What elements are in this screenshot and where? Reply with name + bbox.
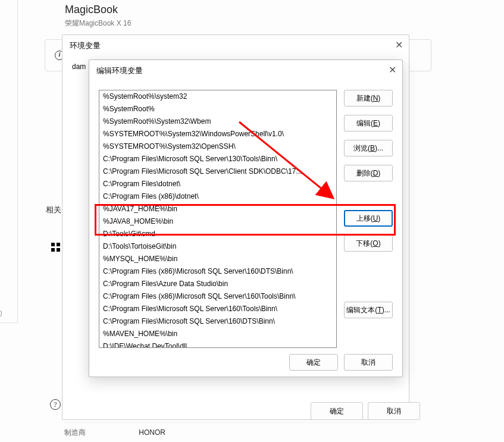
list-item[interactable]: %SYSTEMROOT%\System32\OpenSSH\	[99, 140, 336, 153]
device-title: MagicBook	[65, 4, 431, 16]
dialog-title: 环境变量	[70, 40, 101, 51]
env-cancel-button[interactable]: 取消	[368, 402, 420, 420]
move-down-button[interactable]: 下移(O)	[344, 235, 393, 252]
move-up-button[interactable]: 上移(U)	[344, 210, 393, 227]
list-item[interactable]: D:\IDE\Wechat DevTool\dll	[99, 340, 336, 348]
section-related: 相关	[46, 205, 61, 215]
list-item[interactable]: %MYSQL_HOME%\bin	[99, 253, 336, 265]
list-item[interactable]: D:\Tools\TortoiseGit\bin	[99, 240, 336, 253]
list-item[interactable]: C:\Program Files\Microsoft SQL Server\13…	[99, 153, 336, 165]
list-item[interactable]: %SYSTEMROOT%\System32\WindowsPowerShell\…	[99, 128, 336, 140]
list-item[interactable]: C:\Program Files\Azure Data Studio\bin	[99, 278, 336, 290]
list-item[interactable]: C:\Program Files\Microsoft SQL Server\16…	[99, 303, 336, 315]
list-item[interactable]: %SystemRoot%\System32\Wbem	[99, 115, 336, 128]
close-icon[interactable]: ✕	[386, 64, 399, 77]
list-item[interactable]: C:\Program Files (x86)\Microsoft SQL Ser…	[99, 290, 336, 303]
ok-button[interactable]: 确定	[289, 354, 338, 371]
list-item[interactable]: C:\Program Files (x86)\dotnet\	[99, 190, 336, 203]
list-item[interactable]: C:\Program Files\Microsoft SQL Server\16…	[99, 315, 336, 328]
manufacturer-label: 制造商	[64, 428, 86, 437]
close-icon[interactable]: ✕	[392, 39, 405, 52]
list-item[interactable]: %JAVA8_HOME%\bin	[99, 215, 336, 228]
list-item[interactable]: D:\Tools\Git\cmd	[99, 228, 336, 240]
list-item[interactable]: C:\Program Files (x86)\Microsoft SQL Ser…	[99, 265, 336, 278]
list-item[interactable]: %SystemRoot%	[99, 103, 336, 115]
path-listbox[interactable]: %SystemRoot%\system32 %SystemRoot% %Syst…	[99, 90, 337, 348]
browse-button[interactable]: 浏览(B)...	[344, 140, 393, 156]
dialog-titlebar[interactable]: 编辑环境变量 ✕	[89, 60, 402, 81]
user-vars-group-label: dam	[72, 62, 86, 71]
edit-text-button[interactable]: 编辑文本(T)...	[344, 302, 393, 318]
cancel-button[interactable]: 取消	[344, 354, 393, 371]
list-item[interactable]: C:\Program Files\Microsoft SQL Server\Cl…	[99, 165, 336, 178]
dialog-titlebar[interactable]: 环境变量 ✕	[62, 35, 409, 57]
edit-button[interactable]: 编辑(E)	[344, 115, 393, 131]
new-button[interactable]: 新建(N)	[344, 90, 393, 106]
edit-env-var-dialog: 编辑环境变量 ✕ %SystemRoot%\system32 %SystemRo…	[89, 59, 403, 377]
env-ok-button[interactable]: 确定	[311, 402, 363, 420]
delete-button[interactable]: 删除(D)	[344, 165, 393, 181]
list-item[interactable]: %SystemRoot%\system32	[99, 90, 336, 103]
left-pane-edge	[0, 0, 18, 323]
list-item[interactable]: C:\Program Files\dotnet\	[99, 178, 336, 190]
list-item[interactable]: %MAVEN_HOME%\bin	[99, 328, 336, 340]
list-item[interactable]: %JAVA17_HOME%\bin	[99, 203, 336, 215]
manufacturer-row: 制造商 HONOR	[64, 422, 415, 440]
dialog-title: 编辑环境变量	[96, 65, 143, 76]
manufacturer-value: HONOR	[139, 428, 165, 437]
help-icon[interactable]: ?	[50, 399, 61, 410]
device-subtitle: 荣耀MagicBook X 16	[65, 18, 431, 29]
windows-icon	[51, 243, 61, 252]
left-pane-label: )	[0, 309, 2, 316]
button-column: 新建(N) 编辑(E) 浏览(B)... 删除(D) 上移(U) 下移(O)	[344, 90, 393, 348]
